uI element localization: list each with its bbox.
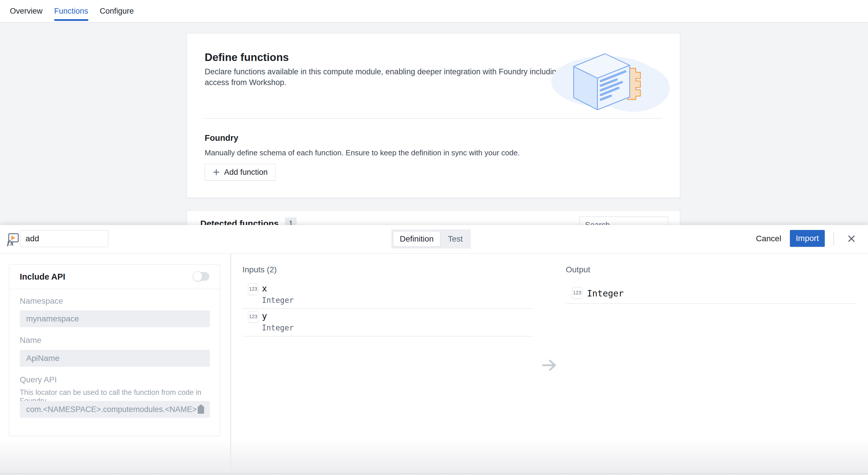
input-type: Integer [262, 296, 294, 304]
input-name: x [262, 284, 267, 294]
function-icon: ƒx [6, 232, 20, 246]
tab-configure-label: Configure [100, 7, 134, 16]
integer-type-icon: 123 [572, 287, 582, 299]
bottom-fade [0, 439, 868, 474]
output-heading: Output [566, 265, 590, 274]
inputs-heading: Inputs (2) [242, 265, 277, 274]
namespace-label: Namespace [20, 296, 63, 306]
toggle-knob [193, 271, 203, 281]
output-type: Integer [587, 288, 624, 298]
clipboard-icon [197, 405, 205, 414]
foundry-section-description: Manually define schema of each function.… [205, 148, 520, 157]
foundry-section-title: Foundry [205, 133, 238, 143]
include-api-row: Include API [9, 265, 220, 289]
add-function-button[interactable]: Add function [205, 164, 276, 181]
plus-icon [213, 169, 220, 176]
include-api-label: Include API [20, 272, 65, 281]
compute-module-illustration [549, 50, 671, 120]
tab-test[interactable]: Test [441, 231, 469, 247]
row-divider [242, 308, 533, 309]
add-function-label: Add function [224, 168, 268, 177]
row-divider [566, 303, 857, 304]
panel-divider [230, 254, 231, 475]
tab-functions-label: Functions [54, 7, 88, 16]
flow-arrow-icon [541, 358, 558, 372]
page-title: Define functions [205, 51, 289, 64]
integer-type-icon: 123 [248, 284, 258, 295]
svg-text:ƒx: ƒx [6, 239, 14, 246]
api-name-input [20, 350, 210, 367]
integer-type-icon: 123 [248, 311, 258, 323]
cancel-button[interactable]: Cancel [751, 230, 786, 247]
api-name-label: Name [20, 336, 41, 345]
top-nav: Overview Functions Configure [0, 0, 868, 23]
function-name-input[interactable] [20, 230, 108, 247]
copy-button[interactable] [197, 405, 205, 414]
active-tab-underline [54, 19, 88, 21]
editor-header: ƒx Definition Test Cancel Import [0, 225, 868, 254]
screen: Overview Functions Configure Define func… [0, 0, 868, 475]
import-button[interactable]: Import [790, 230, 825, 247]
tab-overview[interactable]: Overview [10, 0, 43, 22]
header-divider [833, 233, 834, 245]
input-name: y [262, 311, 267, 321]
api-settings-card: Include API Namespace Name Query API Thi… [9, 264, 220, 436]
tab-overview-label: Overview [10, 7, 43, 16]
row-divider [242, 336, 533, 336]
function-editor-panel: ƒx Definition Test Cancel Import Include… [0, 225, 868, 475]
query-api-label: Query API [20, 375, 57, 384]
define-functions-card: Define functions Declare functions avail… [187, 33, 680, 198]
namespace-input [20, 310, 210, 327]
query-api-locator: com.<NAMESPACE>.computemodules.<NAME> [20, 401, 210, 418]
input-type: Integer [262, 323, 294, 332]
tab-configure[interactable]: Configure [100, 0, 134, 22]
close-icon[interactable] [842, 230, 861, 248]
tab-definition[interactable]: Definition [393, 231, 440, 247]
include-api-toggle[interactable] [193, 272, 209, 281]
include-api-divider [9, 289, 220, 289]
query-api-locator-value: com.<NAMESPACE>.computemodules.<NAME> [26, 405, 197, 414]
editor-view-toggle: Definition Test [391, 229, 471, 248]
tab-functions[interactable]: Functions [54, 0, 88, 22]
card-description: Declare functions available in this comp… [205, 66, 567, 88]
section-divider [205, 118, 662, 119]
